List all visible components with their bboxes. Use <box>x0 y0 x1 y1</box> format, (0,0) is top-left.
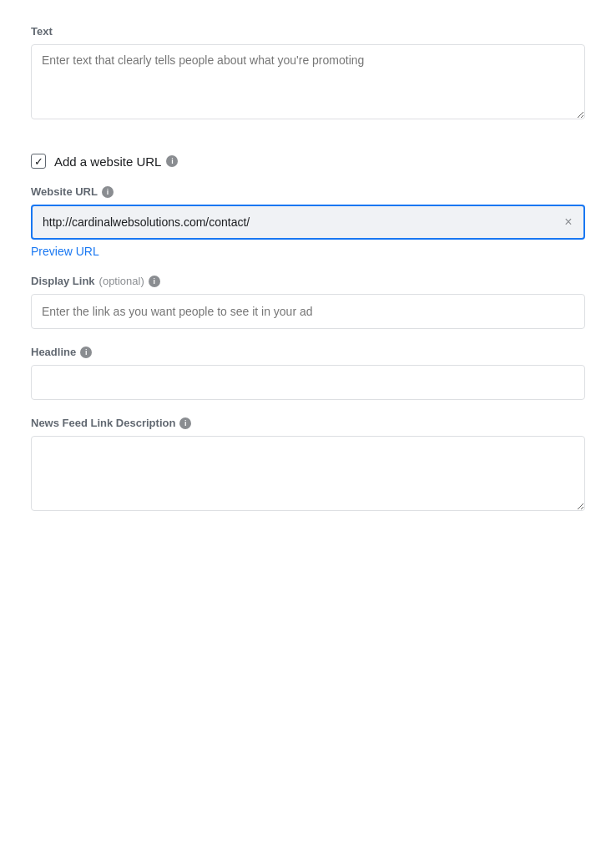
headline-label-text: Headline <box>31 346 76 358</box>
website-url-input[interactable] <box>31 205 585 240</box>
text-section: Text <box>31 25 585 122</box>
display-link-label: Display Link (optional) i <box>31 275 585 287</box>
website-url-label: Website URL i <box>31 185 585 198</box>
clear-icon: × <box>564 215 572 230</box>
website-url-info-icon[interactable]: i <box>102 186 114 198</box>
add-website-url-checkbox[interactable]: ✓ <box>31 154 46 169</box>
add-website-url-label: Add a website URL i <box>54 154 178 169</box>
headline-info-icon[interactable]: i <box>80 347 92 358</box>
display-link-label-text: Display Link <box>31 275 95 287</box>
display-link-section: Display Link (optional) i <box>31 275 585 329</box>
preview-url-link[interactable]: Preview URL <box>31 245 99 258</box>
news-feed-info-icon[interactable]: i <box>179 417 191 429</box>
website-url-label-text: Website URL <box>31 185 98 198</box>
add-website-url-row: ✓ Add a website URL i <box>31 154 585 169</box>
news-feed-section: News Feed Link Description i <box>31 417 585 514</box>
news-feed-label: News Feed Link Description i <box>31 417 585 429</box>
add-website-url-info-icon[interactable]: i <box>166 155 178 167</box>
text-label-text: Text <box>31 25 53 38</box>
website-url-clear-button[interactable]: × <box>560 214 577 230</box>
text-textarea[interactable] <box>31 44 585 119</box>
display-link-optional-text: (optional) <box>99 275 144 287</box>
website-url-section: Website URL i × Preview URL <box>31 185 585 258</box>
news-feed-textarea[interactable] <box>31 436 585 511</box>
display-link-info-icon[interactable]: i <box>149 276 160 287</box>
website-url-input-wrapper: × <box>31 205 585 240</box>
headline-label: Headline i <box>31 346 585 358</box>
checkmark-icon: ✓ <box>34 156 43 167</box>
text-label: Text <box>31 25 585 38</box>
news-feed-label-text: News Feed Link Description <box>31 417 175 429</box>
display-link-input[interactable] <box>31 294 585 329</box>
headline-input[interactable] <box>31 365 585 400</box>
headline-section: Headline i <box>31 346 585 400</box>
